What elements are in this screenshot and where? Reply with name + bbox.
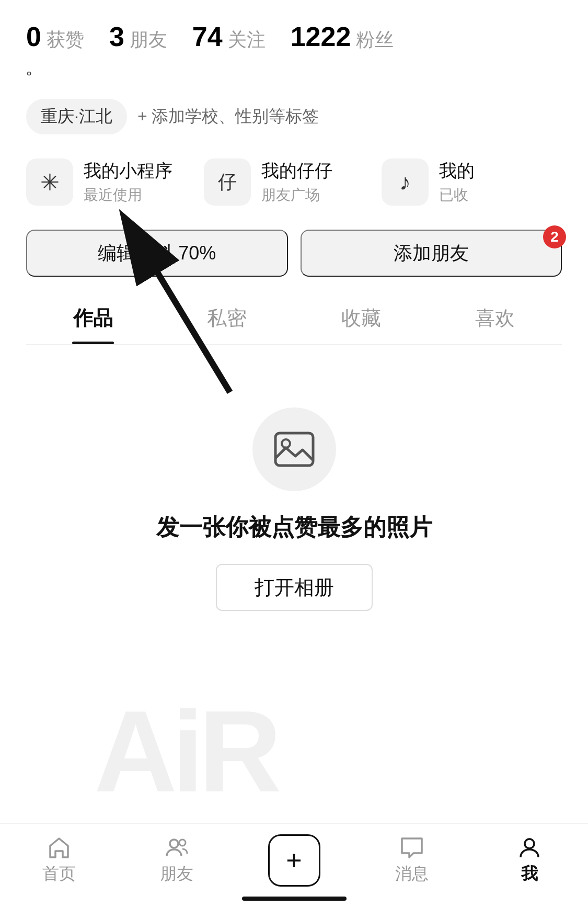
open-album-button[interactable]: 打开相册 — [216, 564, 373, 611]
svg-point-4 — [170, 840, 178, 848]
edit-profile-button[interactable]: 编辑资料 70% — [26, 230, 288, 277]
profile-dot: ° — [0, 63, 588, 90]
mini-program-item[interactable]: ♪ 我的 已收 — [382, 158, 559, 206]
mini-program-icon-2: ♪ — [382, 158, 429, 206]
nav-messages[interactable]: 消息 — [353, 834, 470, 886]
tab-likes[interactable]: 喜欢 — [428, 292, 562, 344]
friend-request-badge: 2 — [543, 225, 566, 248]
mini-program-icon-1: 仔 — [204, 158, 251, 206]
mini-program-title-2: 我的 — [439, 159, 475, 183]
empty-image-icon — [252, 407, 336, 491]
home-indicator — [242, 897, 347, 901]
air-background-text: AiR — [94, 686, 276, 818]
stat-following[interactable]: 74 关注 — [192, 21, 266, 53]
svg-rect-2 — [275, 433, 313, 466]
nav-home[interactable]: 首页 — [0, 834, 118, 886]
tab-private[interactable]: 私密 — [160, 292, 294, 344]
nav-me[interactable]: 我 — [470, 834, 588, 886]
content-tabs: 作品 私密 收藏 喜欢 — [26, 292, 562, 345]
likes-count: 0 — [26, 21, 41, 52]
mini-program-icon-0: ✳ — [26, 158, 73, 206]
mini-programs-row: ✳ 我的小程序 最近使用 仔 我的仔仔 朋友广场 ♪ 我的 已收 — [0, 143, 588, 221]
mini-program-item[interactable]: ✳ 我的小程序 最近使用 — [26, 158, 204, 206]
stats-bar: 0 获赞 3 朋友 74 关注 1222 粉丝 — [0, 0, 588, 63]
stat-followers[interactable]: 1222 粉丝 — [291, 21, 394, 53]
empty-description: 发一张你被点赞最多的照片 — [156, 512, 432, 543]
add-friend-button[interactable]: 添加朋友 2 — [301, 230, 562, 277]
followers-count: 1222 — [291, 21, 351, 52]
bottom-navigation: 首页 朋友 + 消息 我 — [0, 823, 588, 907]
stat-friends[interactable]: 3 朋友 — [109, 21, 167, 53]
empty-state: 发一张你被点赞最多的照片 打开相册 — [0, 345, 588, 642]
nav-create[interactable]: + — [235, 834, 353, 889]
mini-program-sub-2: 已收 — [439, 185, 475, 205]
tab-works[interactable]: 作品 — [26, 292, 160, 344]
mini-program-item[interactable]: 仔 我的仔仔 朋友广场 — [204, 158, 382, 206]
tags-row: 重庆·江北 + 添加学校、性别等标签 — [0, 90, 588, 143]
nav-friends[interactable]: 朋友 — [118, 834, 235, 886]
action-buttons: 编辑资料 70% 添加朋友 2 — [0, 221, 588, 292]
svg-point-6 — [525, 839, 534, 848]
mini-program-title-0: 我的小程序 — [84, 159, 172, 183]
friends-label: 朋友 — [130, 27, 167, 53]
following-label: 关注 — [228, 27, 266, 53]
friends-count: 3 — [109, 21, 124, 52]
followers-label: 粉丝 — [356, 27, 394, 53]
following-count: 74 — [192, 21, 223, 52]
svg-point-5 — [179, 840, 186, 846]
create-button[interactable]: + — [268, 834, 320, 887]
location-tag[interactable]: 重庆·江北 — [26, 99, 127, 134]
stat-likes[interactable]: 0 获赞 — [26, 21, 84, 53]
add-tag-button[interactable]: + 添加学校、性别等标签 — [137, 105, 319, 128]
likes-label: 获赞 — [47, 27, 84, 53]
mini-program-sub-0: 最近使用 — [84, 185, 172, 205]
mini-program-title-1: 我的仔仔 — [261, 159, 332, 183]
tab-collection[interactable]: 收藏 — [294, 292, 428, 344]
mini-program-sub-1: 朋友广场 — [261, 185, 332, 205]
